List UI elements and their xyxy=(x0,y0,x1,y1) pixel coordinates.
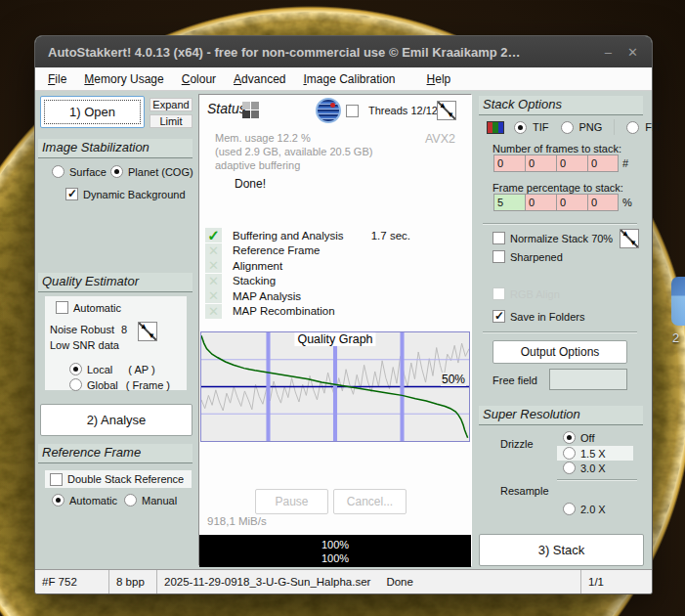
desktop-shortcut-icon[interactable] xyxy=(671,277,685,326)
percent-input-3[interactable] xyxy=(556,194,587,211)
drizzle-15x-label: 1.5 X xyxy=(580,448,606,460)
quality-estimator-box: Automatic Noise Robust 8 ▲▼ Low SNR data… xyxy=(45,296,187,390)
noise-robust-label: Noise Robust xyxy=(50,324,114,335)
global-suffix: ( Frame ) xyxy=(126,379,170,391)
menu-memory-usage[interactable]: Memory Usage xyxy=(75,69,172,89)
normalize-stack-checkbox[interactable] xyxy=(492,232,505,244)
format-tif-label: TIF xyxy=(533,121,549,133)
open-button[interactable]: 1) Open xyxy=(40,96,145,128)
status-panel: Status Threads 12/12 ▲▼ Mem. usage 12.2 … xyxy=(198,94,472,566)
resample-label: Resample xyxy=(500,485,549,497)
threads-label: Threads 12/12 xyxy=(368,105,438,116)
menu-advanced[interactable]: Advanced xyxy=(225,69,294,89)
step-row: ✕ Reference Frame xyxy=(205,243,467,259)
percent-input-1[interactable] xyxy=(493,194,525,211)
normalize-spinner-icon[interactable]: ▲▼ xyxy=(620,229,639,248)
stack-button[interactable]: 3) Stack xyxy=(479,534,644,566)
divider xyxy=(483,223,637,225)
format-png-label: PNG xyxy=(579,121,603,133)
file-name: 2025-11-29-0918_3-U-G-Sun_Halpha.ser xyxy=(164,576,370,588)
surface-radio[interactable] xyxy=(52,165,64,178)
reference-frame-header: Reference Frame xyxy=(38,444,193,463)
step-check-icon: ✓ xyxy=(205,228,222,242)
cancel-button[interactable]: Cancel... xyxy=(333,489,407,514)
menu-colour[interactable]: Colour xyxy=(173,69,225,89)
dynamic-background-checkbox[interactable] xyxy=(65,188,78,200)
step-row: ✕ MAP Recombination xyxy=(205,304,467,320)
noise-robust-spinner-icon[interactable]: ▲▼ xyxy=(138,322,157,341)
menu-help[interactable]: Help xyxy=(418,69,460,89)
percent-input-2[interactable] xyxy=(525,194,556,211)
minimize-icon[interactable]: – xyxy=(605,46,612,59)
planet-cog-radio[interactable] xyxy=(110,165,123,178)
automatic-quality-checkbox[interactable] xyxy=(56,301,68,314)
pause-button[interactable]: Pause xyxy=(255,489,328,514)
local-ap-radio[interactable] xyxy=(69,363,82,375)
planet-cog-label: Planet (COG) xyxy=(128,166,193,178)
resample-20x-radio[interactable] xyxy=(563,503,576,515)
analyse-button[interactable]: 2) Analyse xyxy=(40,404,193,436)
expand-button[interactable]: Expand xyxy=(150,98,193,111)
drizzle-15x-radio[interactable] xyxy=(563,447,576,460)
throughput-label: 918,1 MiB/s xyxy=(207,515,267,527)
reference-manual-radio[interactable] xyxy=(124,494,137,506)
noise-robust-value: 8 xyxy=(121,324,127,335)
save-in-folders-checkbox[interactable] xyxy=(492,310,505,323)
global-frame-radio[interactable] xyxy=(69,378,82,391)
autostakkert-window: AutoStakkert! 4.0.13 (x64) - free for no… xyxy=(34,35,653,594)
frames-input-3[interactable] xyxy=(556,154,587,172)
sharpened-checkbox[interactable] xyxy=(492,250,505,263)
free-field-label: Free field xyxy=(492,374,537,386)
output-options-button[interactable]: Output Options xyxy=(492,340,627,364)
status-checkbox[interactable] xyxy=(346,105,359,117)
desktop: 2 AutoStakkert! 4.0.13 (x64) - free for … xyxy=(0,0,685,616)
divider xyxy=(483,331,637,333)
format-divider xyxy=(614,119,615,135)
format-png-radio[interactable] xyxy=(561,121,574,134)
step-label: Buffering and Analysis xyxy=(233,230,344,242)
left-panel: 1) Open Expand Limit Image Stabilization… xyxy=(38,91,193,569)
frames-input-2[interactable] xyxy=(525,154,556,172)
limit-button[interactable]: Limit xyxy=(150,114,193,128)
resample-20x-label: 2.0 X xyxy=(580,504,606,515)
rgb-align-label: RGB Align xyxy=(510,288,560,300)
step-row: ✕ Alignment xyxy=(205,258,467,274)
reference-manual-label: Manual xyxy=(142,495,177,506)
format-fit-radio[interactable] xyxy=(626,121,639,134)
drizzle-off-radio[interactable] xyxy=(563,431,576,444)
step-label: MAP Analysis xyxy=(233,290,301,302)
stack-options-header: Stack Options xyxy=(479,96,643,115)
stack-options-panel: Stack Options TIF PNG FIT Number of fram… xyxy=(479,94,646,566)
drizzle-30x-radio[interactable] xyxy=(563,462,576,474)
menu-image-calibration[interactable]: Image Calibration xyxy=(294,69,404,89)
processing-steps: ✓ Buffering and Analysis 1.7 sec. ✕ Refe… xyxy=(205,228,467,319)
threads-spinner-icon[interactable]: ▲▼ xyxy=(437,101,456,120)
dynamic-background-label: Dynamic Background xyxy=(83,189,186,200)
step-row: ✕ Stacking xyxy=(205,274,467,289)
frames-input-1[interactable] xyxy=(493,154,525,172)
frame-count-cell: #F 752 xyxy=(35,570,109,594)
drizzle-30x-label: 3.0 X xyxy=(580,462,606,474)
file-cell: 2025-11-29-0918_3-U-G-Sun_Halpha.ser Don… xyxy=(157,570,581,594)
step-pending-icon: ✕ xyxy=(205,274,222,288)
rgb-color-icon xyxy=(487,121,504,134)
menu-bar: File Memory Usage Colour Advanced Image … xyxy=(35,67,652,91)
title-bar[interactable]: AutoStakkert! 4.0.13 (x64) - free for no… xyxy=(35,36,652,67)
image-stabilization-header: Image Stabilization xyxy=(38,139,193,158)
window-title: AutoStakkert! 4.0.13 (x64) - free for no… xyxy=(35,45,521,60)
menu-file[interactable]: File xyxy=(39,69,75,89)
format-tif-radio[interactable] xyxy=(514,121,527,134)
status-header: Status xyxy=(207,101,246,116)
close-icon[interactable]: ✕ xyxy=(627,46,638,59)
step-row: ✕ MAP Analysis xyxy=(205,288,467,304)
avx-label: AVX2 xyxy=(425,132,455,146)
free-field-input[interactable] xyxy=(549,369,627,390)
double-stack-reference-checkbox[interactable] xyxy=(50,473,63,486)
step-label: Stacking xyxy=(233,275,276,286)
percent-input-4[interactable] xyxy=(587,194,619,211)
local-suffix: ( AP ) xyxy=(128,364,154,375)
client-area: 1) Open Expand Limit Image Stabilization… xyxy=(35,91,652,569)
file-status: Done xyxy=(386,576,413,588)
frames-input-4[interactable] xyxy=(587,154,619,172)
reference-automatic-radio[interactable] xyxy=(52,494,64,506)
